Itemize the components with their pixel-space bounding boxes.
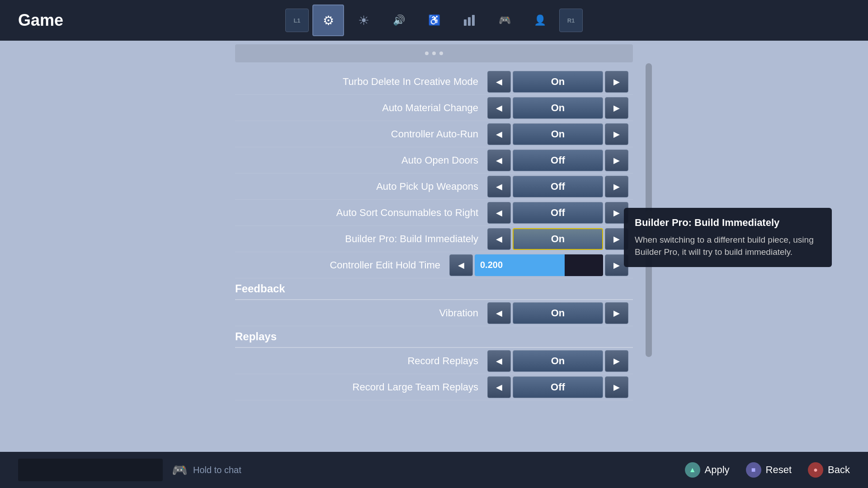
control-group: ◀ On ▶ [487,71,628,93]
nav-tab-r1[interactable]: R1 [559,9,583,32]
nav-tab-account[interactable]: 👤 [524,5,556,36]
arrow-left-btn[interactable]: ◀ [487,123,511,145]
nav-tab-l1[interactable]: L1 [285,9,309,32]
slider-empty [565,254,603,276]
value-display-auto-material: On [513,97,603,119]
section-header-replays: Replays [235,326,633,348]
arrow-right-btn[interactable]: ▶ [605,176,628,197]
value-display-vibration: On [513,302,603,324]
arrow-left-btn[interactable]: ◀ [487,350,511,372]
setting-label-record-replays: Record Replays [240,355,487,367]
control-group: ◀ On ▶ [487,350,628,372]
value-display-auto-pickup: Off [513,176,603,197]
control-group: ◀ On ▶ [487,97,628,119]
setting-row-record-large-replays: Record Large Team Replays ◀ Off ▶ [235,374,633,400]
setting-row-turbo-delete: Turbo Delete In Creative Mode ◀ On ▶ [235,69,633,95]
tooltip-body: When switching to a different build piec… [635,234,821,258]
arrow-left-btn[interactable]: ◀ [487,202,511,224]
footer-left-area [18,459,163,481]
slider-filled: 0.200 [475,254,565,276]
svg-rect-1 [468,17,471,26]
arrow-left-btn[interactable]: ◀ [487,150,511,171]
back-label: Back [828,464,850,476]
chat-label: Hold to chat [193,465,241,475]
arrow-right-btn[interactable]: ▶ [605,302,628,324]
reset-label: Reset [766,464,792,476]
setting-row-auto-pickup: Auto Pick Up Weapons ◀ Off ▶ [235,174,633,200]
setting-label-builder-pro: Builder Pro: Build Immediately [240,233,487,245]
settings-list: Turbo Delete In Creative Mode ◀ On ▶ Aut… [235,64,633,400]
arrow-right-btn[interactable]: ▶ [605,97,628,119]
arrow-right-btn[interactable]: ▶ [605,71,628,93]
setting-label-record-large-replays: Record Large Team Replays [240,381,487,393]
scroll-dot [432,52,436,55]
setting-label-auto-pickup: Auto Pick Up Weapons [240,181,487,192]
footer-actions: ▲ Apply ■ Reset ● Back [685,462,850,478]
nav-tab-controller[interactable]: 🎮 [489,5,520,36]
main-content: Turbo Delete In Creative Mode ◀ On ▶ Aut… [0,41,868,452]
svg-rect-2 [472,15,475,26]
header: Game L1 ⚙ ☀ 🔊 ♿ 🎮 👤 R1 [0,0,868,41]
setting-label-auto-sort: Auto Sort Consumables to Right [240,207,487,219]
value-display-record-large-replays: Off [513,376,603,398]
nav-tabs: L1 ⚙ ☀ 🔊 ♿ 🎮 👤 R1 [285,5,583,36]
nav-tab-brightness[interactable]: ☀ [348,5,379,36]
control-group: ◀ Off ▶ [487,376,628,398]
nav-tab-network[interactable] [453,5,485,36]
arrow-left-btn[interactable]: ◀ [487,71,511,93]
slider-edit-hold-time[interactable]: 0.200 [475,254,603,276]
setting-row-auto-material: Auto Material Change ◀ On ▶ [235,95,633,121]
arrow-left-btn[interactable]: ◀ [487,97,511,119]
setting-row-edit-hold-time: Controller Edit Hold Time ◀ 0.200 ▶ [235,252,633,278]
control-group: ◀ On ▶ [487,228,628,250]
setting-label-auto-material: Auto Material Change [240,102,487,114]
apply-action[interactable]: ▲ Apply [685,462,730,478]
control-group: ◀ Off ▶ [487,202,628,224]
nav-tab-settings[interactable]: ⚙ [312,5,344,36]
value-display-builder-pro: On [513,228,603,250]
footer: 🎮 Hold to chat ▲ Apply ■ Reset ● Back [0,452,868,488]
arrow-left-btn[interactable]: ◀ [487,228,511,250]
arrow-left-btn[interactable]: ◀ [487,376,511,398]
section-header-feedback: Feedback [235,278,633,300]
arrow-right-btn[interactable]: ▶ [605,376,628,398]
setting-row-auto-run: Controller Auto-Run ◀ On ▶ [235,121,633,147]
setting-label-auto-run: Controller Auto-Run [240,128,487,140]
triangle-icon: ▲ [685,462,700,478]
value-display-turbo-delete: On [513,71,603,93]
arrow-right-btn[interactable]: ▶ [605,123,628,145]
nav-tab-audio[interactable]: 🔊 [383,5,415,36]
arrow-right-btn[interactable]: ▶ [605,150,628,171]
value-display-auto-doors: Off [513,150,603,171]
scroll-dot [439,52,443,55]
svg-rect-0 [464,19,467,26]
arrow-left-btn[interactable]: ◀ [487,302,511,324]
apply-label: Apply [705,464,730,476]
chat-icon: 🎮 [172,463,188,478]
control-group: ◀ On ▶ [487,123,628,145]
control-group: ◀ 0.200 ▶ [449,254,628,276]
control-group: ◀ On ▶ [487,302,628,324]
back-action[interactable]: ● Back [808,462,850,478]
control-group: ◀ Off ▶ [487,150,628,171]
setting-label-auto-doors: Auto Open Doors [240,155,487,166]
arrow-right-btn[interactable]: ▶ [605,350,628,372]
value-display-auto-run: On [513,123,603,145]
reset-action[interactable]: ■ Reset [746,462,792,478]
setting-label-vibration: Vibration [240,307,487,319]
scroll-indicator-top [235,44,633,62]
page-title: Game [18,11,63,30]
arrow-left-btn[interactable]: ◀ [487,176,511,197]
section-label-replays: Replays [235,330,277,343]
circle-icon: ● [808,462,823,478]
scroll-dot [425,52,429,55]
setting-row-auto-doors: Auto Open Doors ◀ Off ▶ [235,147,633,174]
footer-chat: 🎮 Hold to chat [172,463,241,478]
setting-row-vibration: Vibration ◀ On ▶ [235,300,633,326]
setting-label-edit-hold-time: Controller Edit Hold Time [240,259,449,271]
nav-tab-accessibility[interactable]: ♿ [418,5,450,36]
arrow-left-btn[interactable]: ◀ [449,254,473,276]
section-label-feedback: Feedback [235,282,285,295]
tooltip-builder-pro: Builder Pro: Build Immediately When swit… [624,208,832,267]
value-display-record-replays: On [513,350,603,372]
